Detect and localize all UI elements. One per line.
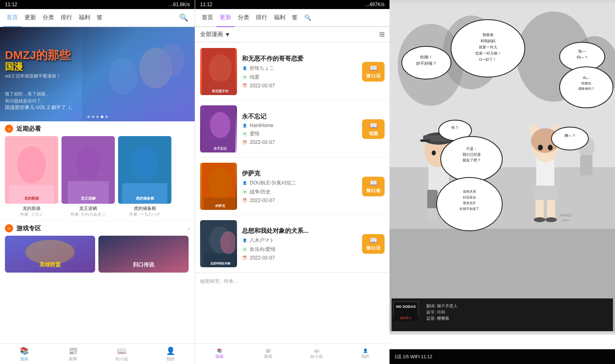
chapter-badge-2[interactable]: 📖 第01卷: [362, 177, 385, 196]
game-card-1[interactable]: 归口传说: [98, 236, 189, 273]
svg-text:好就不知道了: 好就不知道了: [460, 207, 479, 211]
svg-point-14: [132, 146, 158, 180]
chapter-label-1: 短篇: [369, 130, 378, 136]
svg-text:虽然关系: 虽然关系: [463, 190, 476, 193]
middle-nav-update[interactable]: 更新: [216, 9, 235, 27]
svg-text:呜—？: 呜—？: [577, 55, 588, 59]
manga-cover-art-list-2: 伊萨克: [200, 163, 237, 210]
game-card-0[interactable]: 英雄联盟: [5, 236, 95, 273]
manga-cover-1: 龙王逆鳞: [61, 136, 115, 204]
svg-point-19: [25, 240, 75, 264]
recent-manga-grid: 龙的新娘 龙的新娘 作者: イロノ 龙王逆鳞 龙王逆鳞: [0, 136, 195, 221]
left-bottom-novel[interactable]: 📖 轻小说: [98, 344, 146, 364]
left-nav-search[interactable]: 🔍: [176, 9, 191, 27]
left-mine-label: 我的: [166, 356, 175, 362]
manga-list-item-2[interactable]: 伊萨克 伊萨克 👤 DOUBLE-S/真刈信二 ♥ 战争/历史 ⏰ 2022-0…: [195, 158, 390, 215]
svg-text:ANMZJ: ANMZJ: [560, 213, 572, 217]
manga-list-cover-2: 伊萨克: [200, 163, 237, 210]
chapter-progress: 1话 1/5 WIFI 11:12: [394, 354, 432, 360]
middle-bottom-novel[interactable]: 📖 轻小说: [292, 344, 341, 364]
manga-reader[interactable]: 吃咧！ 好不好嗝？ 我爸爸 和我妈妈 就算一对儿 也算一对儿嗝！ O一好了！ 餃…: [390, 0, 615, 349]
svg-text:伊萨克: 伊萨克: [215, 204, 226, 208]
games-icon: ⊙: [5, 224, 13, 232]
more-hint: 秘密研究 · 特务...: [195, 273, 390, 290]
cover-svg-2: 虎的储备粮: [118, 136, 171, 204]
svg-text:虎的储备粮: 虎的储备粮: [135, 196, 155, 200]
no-sodas-box: [394, 302, 418, 316]
middle-nav-bar: 首页 更新 分类 排行 福利 签 🔍: [195, 9, 390, 27]
left-nav-rank[interactable]: 排行: [57, 9, 75, 27]
manga-cover-art-1: 龙王逆鳞: [61, 136, 115, 204]
recent-section-header: ⊙ 近期必看: [0, 121, 195, 136]
svg-point-68: [534, 217, 545, 222]
svg-text:好不好嗝？: 好不好嗝？: [416, 61, 437, 66]
left-mine-icon: 👤: [166, 346, 175, 355]
games-arrow-icon[interactable]: ›: [188, 225, 190, 232]
svg-text:监督: 樱樱酱: 监督: 樱樱酱: [426, 316, 449, 321]
middle-bottom-manga[interactable]: 📚 漫画: [195, 344, 244, 364]
manga-list-cover-0: 和无恶不作: [200, 48, 237, 95]
manga-list-author-0: 👤 折纸ちょこ: [242, 65, 357, 72]
middle-mine-label: 我的: [361, 354, 369, 359]
svg-text:WAKI: WAKI: [562, 219, 569, 222]
svg-text:吃咧！: 吃咧！: [420, 55, 433, 59]
middle-nav-home[interactable]: 首页: [198, 9, 216, 27]
manga-list-item-0[interactable]: 和无恶不作 和无恶不作的哥哥恋爱 👤 折纸ちょこ ♥ 纯爱 ⏰ 2022-02-…: [195, 43, 390, 100]
middle-novel-label: 轻小说: [310, 354, 323, 359]
left-banner[interactable]: DMZJ的那些 国漫 vol.2 过年就该躺平看漫画！ 饿了就吃，果了就睡， 有…: [0, 27, 195, 121]
middle-bottom-mine[interactable]: 👤 我的: [341, 344, 390, 364]
left-nav-home[interactable]: 首页: [3, 9, 21, 27]
filter-dropdown[interactable]: 全部漫画 ▼: [200, 31, 230, 38]
manga-list-author-2: 👤 DOUBLE-S/真刈信二: [242, 180, 357, 187]
genre-icon-3: ♥: [242, 246, 248, 252]
chapter-badge-1[interactable]: 📖 短篇: [362, 119, 385, 139]
manga-card-2[interactable]: 虎的储备粮 虎的储备粮 作者: 一七八ハチ: [118, 136, 171, 217]
middle-nav-search[interactable]: 🔍: [301, 9, 314, 27]
left-nav-welfare[interactable]: 福利: [75, 9, 93, 27]
svg-point-10: [76, 146, 100, 179]
left-novel-label: 轻小说: [116, 356, 128, 362]
left-nav-category[interactable]: 分类: [39, 9, 57, 27]
manga-card-0[interactable]: 龙的新娘 龙的新娘 作者: イロノ: [5, 136, 58, 217]
middle-nav-welfare[interactable]: 福利: [271, 9, 289, 27]
left-bottom-news[interactable]: 📰 新闻: [49, 344, 98, 364]
manga-list-date-2: ⏰ 2022-02-07: [242, 198, 357, 203]
middle-mine-icon: 👤: [363, 348, 368, 353]
svg-text:餃—: 餃—: [579, 49, 586, 53]
middle-nav-rank[interactable]: 排行: [253, 9, 271, 27]
bubble-8: [551, 127, 588, 150]
dot-5: [105, 116, 108, 118]
list-cover-svg-1: 永不忘记: [202, 105, 235, 152]
manga-list-item-1[interactable]: 永不忘记 永不忘记 👤 HardHome ♥ 爱情 ⏰ 2022-02-07: [195, 100, 390, 158]
manga-list-item-3[interactable]: 总想和我处对象 总想和我处对象的犬系... 👤 八木户マト ♥ 欢乐向/爱情 ⏰…: [195, 215, 390, 273]
left-bottom-mine[interactable]: 👤 我的: [146, 344, 195, 364]
left-nav-update[interactable]: 更新: [21, 9, 39, 27]
svg-text:龙的新娘: 龙的新娘: [24, 196, 39, 200]
middle-nav-category[interactable]: 分类: [235, 9, 253, 27]
banner-subtitle: 国漫: [5, 61, 23, 73]
chapter-badge-3[interactable]: 📖 第01话: [362, 234, 385, 254]
date-icon-3: ⏰: [242, 255, 248, 261]
manga-list: 和无恶不作 和无恶不作的哥哥恋爱 👤 折纸ちょこ ♥ 纯爱 ⏰ 2022-02-…: [195, 43, 390, 344]
svg-rect-29: [205, 139, 235, 152]
svg-text:虑除免吗？: 虑除免吗？: [578, 87, 594, 91]
manga-cover-art-2: 虎的储备粮: [118, 136, 171, 204]
manga-list-genre-1: ♥ 爱情: [242, 130, 357, 137]
svg-rect-33: [204, 198, 235, 210]
middle-bottom-news[interactable]: 📰 新闻: [244, 344, 293, 364]
filter-grid-toggle[interactable]: ⊞: [379, 30, 385, 38]
date-icon-2: ⏰: [242, 198, 248, 203]
svg-text:好还是会: 好还是会: [463, 196, 476, 199]
middle-network: ...497K/s: [365, 2, 385, 7]
manga-scene: 吃咧！ 好不好嗝？ 我爸爸 和我妈妈 就算一对儿 也算一对儿嗝！ O一好了！ 餃…: [390, 0, 615, 334]
svg-rect-65: [533, 186, 558, 202]
manga-card-author-0: 作者: イロノ: [5, 212, 58, 217]
left-bottom-manga[interactable]: 📚 漫画: [0, 344, 49, 364]
genre-icon-0: ♥: [242, 74, 248, 80]
middle-nav-sign[interactable]: 签: [289, 9, 301, 27]
manga-card-1[interactable]: 龙王逆鳞 龙王逆鳞 作者: かわのあきこ: [61, 136, 115, 217]
left-nav-sign[interactable]: 签: [93, 9, 106, 27]
author-icon-2: 👤: [242, 180, 248, 186]
chapter-badge-0[interactable]: 📖 第11话: [362, 62, 385, 82]
svg-text:不是：: 不是：: [466, 147, 477, 151]
